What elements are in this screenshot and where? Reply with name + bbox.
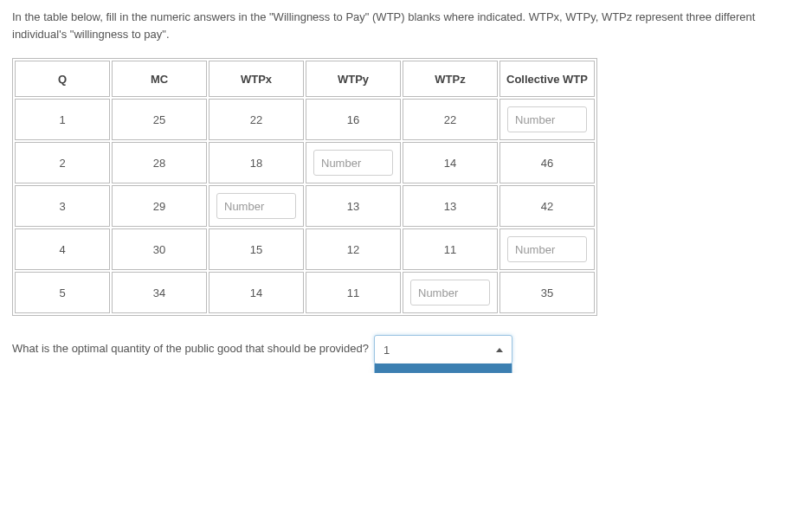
table-row: 430151211: [15, 228, 595, 270]
dropdown-list[interactable]: 12345: [374, 363, 512, 373]
header-wtpy: WTPy: [306, 61, 401, 97]
wtpy-cell: 11: [306, 272, 401, 313]
table-row: 125221622: [15, 99, 595, 140]
question-text: What is the optimal quantity of the publ…: [12, 335, 369, 355]
header-wtpz: WTPz: [403, 61, 498, 97]
header-wtpx: WTPx: [209, 61, 304, 97]
cwtp-cell: 46: [499, 142, 595, 183]
wtp-table: Q MC WTPx WTPy WTPz Collective WTP 12522…: [12, 58, 597, 316]
table-header-row: Q MC WTPx WTPy WTPz Collective WTP: [15, 61, 595, 97]
mc-cell: 30: [112, 228, 207, 270]
wtpy-input[interactable]: [313, 150, 393, 176]
cwtp-cell: 42: [499, 185, 595, 227]
q-cell: 5: [15, 272, 110, 313]
table-row: 228181446: [15, 142, 595, 183]
mc-cell: 25: [112, 99, 207, 140]
q-cell: 1: [15, 99, 110, 140]
wtpx-cell: 14: [209, 272, 304, 313]
mc-cell: 29: [112, 185, 207, 227]
caret-up-icon: [496, 348, 503, 352]
quantity-dropdown[interactable]: 1 12345: [374, 335, 512, 364]
wtpy-cell: 13: [306, 185, 401, 227]
dropdown-button[interactable]: 1: [374, 335, 512, 364]
wtpx-cell: 18: [209, 142, 304, 183]
table-row: 329131342: [15, 185, 595, 227]
header-q: Q: [15, 61, 110, 97]
dropdown-selected-value: 1: [383, 344, 390, 357]
dropdown-option[interactable]: 1: [375, 363, 512, 373]
table-row: 534141135: [15, 272, 595, 313]
wtpy-cell: 12: [306, 228, 401, 270]
mc-cell: 28: [112, 142, 207, 183]
cwtp-input[interactable]: [507, 106, 587, 132]
header-mc: MC: [112, 61, 207, 97]
wtpz-cell: 13: [403, 185, 498, 227]
header-cwtp: Collective WTP: [499, 61, 595, 97]
q-cell: 2: [15, 142, 110, 183]
q-cell: 4: [15, 228, 110, 270]
wtpy-cell: 16: [306, 99, 401, 140]
cwtp-cell: 35: [499, 272, 595, 313]
mc-cell: 34: [112, 272, 207, 313]
wtpx-cell: 22: [209, 99, 304, 140]
wtpz-cell: 14: [403, 142, 498, 183]
wtpz-cell: 22: [403, 99, 498, 140]
wtpx-input[interactable]: [216, 193, 296, 219]
wtpx-cell: 15: [209, 228, 304, 270]
wtpz-cell: 11: [403, 228, 498, 270]
q-cell: 3: [15, 185, 110, 227]
instructions-text: In the table below, fill in the numeric …: [12, 9, 800, 42]
cwtp-input[interactable]: [507, 236, 587, 262]
wtpz-input[interactable]: [410, 280, 490, 306]
